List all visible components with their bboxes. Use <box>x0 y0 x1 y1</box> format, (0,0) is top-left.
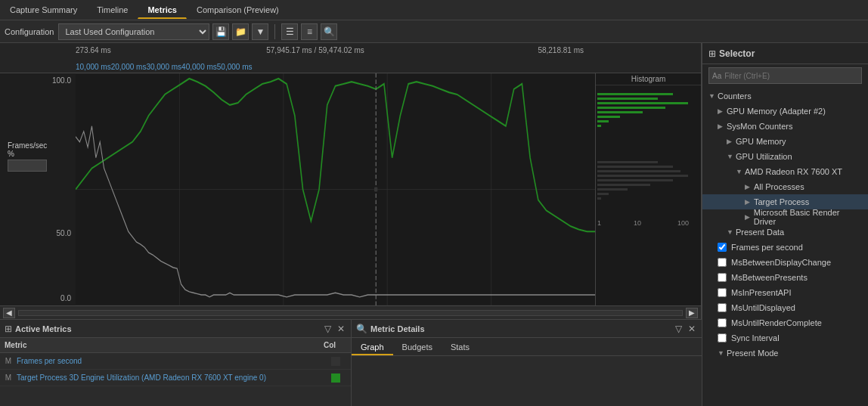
ruler-label-4: 40,000 ms <box>181 63 217 71</box>
checkbox-msbetweenpresents-input[interactable] <box>718 273 727 282</box>
y-label-0: 0.0 <box>5 294 71 302</box>
tab-metrics[interactable]: Metrics <box>138 2 187 19</box>
filter-input[interactable] <box>724 72 861 80</box>
checkbox-msuntilrendercomplete[interactable]: MsUntilRenderComplete <box>702 315 868 330</box>
toolbar: Configuration Last Used Configuration 💾 … <box>0 20 868 43</box>
sidebar-item-counters[interactable]: ▼ Counters <box>702 88 868 104</box>
checkbox-msbetweendisplay-input[interactable] <box>718 258 727 267</box>
y-label-50: 50.0 <box>5 229 71 237</box>
scroll-left-button[interactable]: ◀ <box>3 308 15 318</box>
tab-graph[interactable]: Graph <box>352 340 393 355</box>
timeline-ruler: 273.64 ms 57,945.17 ms / 59,474.02 ms 58… <box>0 43 701 73</box>
checkbox-msbetweenpresents[interactable]: MsBetweenPresents <box>702 270 868 285</box>
all-processes-label: All Processes <box>754 182 804 191</box>
svg-rect-9 <box>597 93 673 95</box>
checkbox-syncinterval-input[interactable] <box>718 333 727 342</box>
top-tabs-bar: Capture Summary Timeline Metrics Compari… <box>0 0 868 20</box>
save-config-button[interactable]: 💾 <box>212 23 229 40</box>
load-config-button[interactable]: 📁 <box>232 23 249 40</box>
selector-icon: ⊞ <box>708 48 716 59</box>
checkbox-fps[interactable]: Frames per second <box>702 240 868 255</box>
sidebar-title: Selector <box>719 48 862 59</box>
present-data-label: Present Data <box>736 228 784 237</box>
checkbox-msuntildisplayed[interactable]: MsUntilDisplayed <box>702 300 868 315</box>
sidebar-item-all-processes[interactable]: ▶ All Processes <box>702 179 868 194</box>
metric-label-1[interactable]: Frames per second <box>17 357 321 365</box>
sidebar-item-gpu-memory-adapter[interactable]: ▶ GPU Memory (Adapter #2) <box>702 104 868 119</box>
sidebar-item-gpu-memory[interactable]: ▶ GPU Memory <box>702 134 868 149</box>
checkbox-msinpresentapi-input[interactable] <box>718 288 727 297</box>
metric-details-collapse-button[interactable]: ▽ <box>674 324 684 334</box>
tree-section: ▼ Counters ▶ GPU Memory (Adapter #2) ▶ S… <box>702 87 868 362</box>
ms-render-label: Microsoft Basic Render Driver <box>754 208 862 226</box>
metric-details-panel: 🔍 Metric Details ▽ ✕ Graph Budgets Stats <box>352 320 702 406</box>
metric-color-1 <box>321 357 351 366</box>
svg-text:1: 1 <box>597 219 601 227</box>
scroll-right-button[interactable]: ▶ <box>686 308 698 318</box>
sidebar-item-present-data[interactable]: ▼ Present Data <box>702 225 868 240</box>
svg-rect-16 <box>597 125 601 127</box>
svg-rect-18 <box>597 166 673 168</box>
right-sidebar: ⊞ Selector Aa ▼ Counters ▶ GPU Memory (A… <box>702 43 868 406</box>
present-mode-toggle: ▼ <box>718 349 727 357</box>
svg-rect-20 <box>597 175 688 177</box>
search-button[interactable]: 🔍 <box>321 23 337 40</box>
svg-rect-15 <box>597 120 609 122</box>
tab-budgets[interactable]: Budgets <box>393 340 442 355</box>
active-metrics-collapse-button[interactable]: ▽ <box>323 324 333 334</box>
table-row[interactable]: M Frames per second <box>0 353 351 370</box>
metric-detail-tabs: Graph Budgets Stats <box>352 338 702 356</box>
dropdown-config-button[interactable]: ▼ <box>252 23 268 40</box>
checkbox-syncinterval[interactable]: Sync Interval <box>702 330 868 346</box>
svg-rect-14 <box>597 116 620 118</box>
toolbar-separator <box>274 24 275 39</box>
all-processes-toggle: ▶ <box>745 183 754 191</box>
checkbox-msbetweendisplay[interactable]: MsBetweenDisplayChange <box>702 255 868 270</box>
svg-rect-25 <box>597 197 601 200</box>
amd-radeon-toggle: ▼ <box>736 168 745 175</box>
sidebar-header: ⊞ Selector <box>702 43 868 64</box>
active-metrics-close-button[interactable]: ✕ <box>336 324 346 334</box>
list-view-button[interactable]: ☰ <box>281 23 298 40</box>
tab-stats[interactable]: Stats <box>442 340 479 355</box>
metric-label-2[interactable]: Target Process 3D Engine Utilization (AM… <box>17 373 321 382</box>
metric-icon-1: M <box>0 357 17 365</box>
sidebar-item-present-mode[interactable]: ▼ Present Mode <box>702 346 868 361</box>
sidebar-item-target-process[interactable]: ▶ Target Process <box>702 194 868 209</box>
tab-capture-summary[interactable]: Capture Summary <box>0 2 87 18</box>
checkbox-fps-input[interactable] <box>718 243 727 252</box>
metric-details-close-button[interactable]: ✕ <box>687 324 697 334</box>
axis-input[interactable] <box>8 160 47 172</box>
checkbox-msuntildisplayed-input[interactable] <box>718 303 727 312</box>
chart-canvas[interactable] <box>76 73 595 305</box>
metric-color-2 <box>321 373 351 383</box>
sidebar-item-gpu-util[interactable]: ▼ GPU Utilization <box>702 149 868 164</box>
sidebar-item-ms-render[interactable]: ▶ Microsoft Basic Render Driver <box>702 209 868 225</box>
bottom-panels: ⊞ Active Metrics ▽ ✕ Metric Col M Frames… <box>0 319 702 406</box>
sidebar-item-amd-radeon[interactable]: ▼ AMD Radeon RX 7600 XT <box>702 164 868 179</box>
checkbox-msinpresentapi[interactable]: MsInPresentAPI <box>702 285 868 300</box>
gpu-memory-adapter-label: GPU Memory (Adapter #2) <box>727 107 826 116</box>
y-label-100: 100.0 <box>5 76 71 85</box>
table-row[interactable]: M Target Process 3D Engine Utilization (… <box>0 370 351 386</box>
filter-box[interactable]: Aa <box>708 67 862 84</box>
svg-rect-22 <box>597 184 650 186</box>
checkbox-msuntildisplayed-label: MsUntilDisplayed <box>731 303 795 312</box>
detail-view-button[interactable]: ≡ <box>301 23 318 40</box>
svg-rect-17 <box>597 161 658 163</box>
histogram-panel: Histogram <box>595 73 701 305</box>
gpu-memory-toggle: ▶ <box>727 138 736 145</box>
metric-details-header: 🔍 Metric Details ▽ ✕ <box>352 320 702 338</box>
chart-panel: 273.64 ms 57,945.17 ms / 59,474.02 ms 58… <box>0 43 702 319</box>
sidebar-item-sysmon[interactable]: ▶ SysMon Counters <box>702 119 868 134</box>
config-select[interactable]: Last Used Configuration <box>58 23 209 40</box>
svg-rect-11 <box>597 102 688 104</box>
ruler-label-3: 30,000 ms <box>146 63 181 71</box>
gpu-util-label: GPU Utilization <box>736 152 792 161</box>
scroll-track[interactable] <box>18 310 683 316</box>
tab-comparison[interactable]: Comparison (Preview) <box>187 2 289 18</box>
left-area: 273.64 ms 57,945.17 ms / 59,474.02 ms 58… <box>0 43 702 406</box>
config-label: Configuration <box>5 27 54 36</box>
checkbox-msuntilrendercomplete-input[interactable] <box>718 318 727 327</box>
tab-timeline[interactable]: Timeline <box>87 2 138 18</box>
